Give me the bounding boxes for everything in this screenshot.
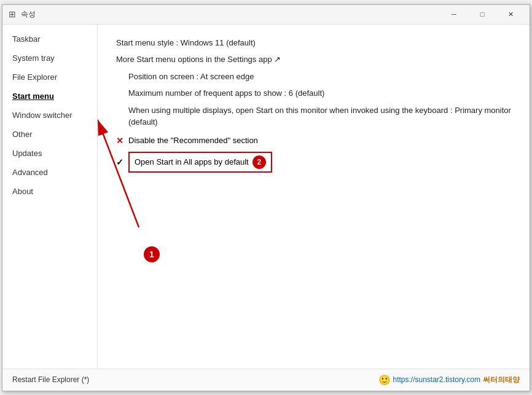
sidebar-item-file-explorer[interactable]: File Explorer xyxy=(2,68,97,87)
close-button[interactable]: ✕ xyxy=(496,4,525,24)
cross-icon: ✕ xyxy=(116,136,128,146)
sidebar-item-updates[interactable]: Updates xyxy=(2,144,97,163)
info-line-5: When using multiple displays, open Start… xyxy=(128,104,511,128)
info-line-4: Maximum number of frequent apps to show … xyxy=(128,87,511,100)
restart-file-explorer-link[interactable]: Restart File Explorer (*) xyxy=(12,375,89,384)
footer-brand-text: 써터의태양 xyxy=(483,375,520,385)
option2-label: Open Start in All apps by default xyxy=(135,157,249,166)
sidebar-item-system-tray[interactable]: System tray xyxy=(2,49,97,68)
sidebar-item-taskbar[interactable]: Taskbar xyxy=(2,29,97,49)
option-open-start[interactable]: ✓ Open Start in All apps by default 2 xyxy=(116,152,511,173)
sidebar-item-start-menu[interactable]: Start menu xyxy=(2,87,97,106)
badge-2: 2 xyxy=(252,155,266,169)
footer: Restart File Explorer (*) 🙂 https://suns… xyxy=(2,369,530,391)
window-title: 속성 xyxy=(21,9,440,20)
maximize-button[interactable]: □ xyxy=(468,4,496,24)
info-line-3: Position on screen : At screen edge xyxy=(128,71,511,83)
sidebar: Taskbar System tray File Explorer Start … xyxy=(2,25,98,369)
check-icon: ✓ xyxy=(116,157,128,167)
sidebar-item-window-switcher[interactable]: Window switcher xyxy=(2,106,97,125)
highlighted-option-box: Open Start in All apps by default 2 xyxy=(128,152,272,173)
title-bar: ⊞ 속성 ─ □ ✕ xyxy=(2,5,530,25)
app-icon: ⊞ xyxy=(7,9,17,19)
footer-url-domain: https://sunstar2.tistory.com xyxy=(393,375,481,384)
main-content: Start menu style : Windows 11 (default) … xyxy=(98,25,530,369)
sidebar-item-other[interactable]: Other xyxy=(2,125,97,144)
sidebar-item-advanced[interactable]: Advanced xyxy=(2,163,97,182)
footer-emoji: 🙂 xyxy=(378,374,391,386)
option-disable-recommended[interactable]: ✕ Disable the "Recommended" section xyxy=(116,136,511,146)
app-window: ⊞ 속성 ─ □ ✕ Taskbar System tray File Expl… xyxy=(2,4,530,391)
badge-1: 1 xyxy=(144,246,160,262)
sidebar-item-about[interactable]: About xyxy=(2,182,97,201)
option1-label: Disable the "Recommended" section xyxy=(128,136,511,145)
info-line-1: Start menu style : Windows 11 (default) xyxy=(116,37,511,49)
footer-url-area: 🙂 https://sunstar2.tistory.com 써터의태양 xyxy=(378,374,520,386)
window-controls: ─ □ ✕ xyxy=(440,4,525,24)
info-line-2: More Start menu options in the Settings … xyxy=(116,53,511,66)
content-area: Taskbar System tray File Explorer Start … xyxy=(2,25,530,369)
minimize-button[interactable]: ─ xyxy=(440,4,468,24)
